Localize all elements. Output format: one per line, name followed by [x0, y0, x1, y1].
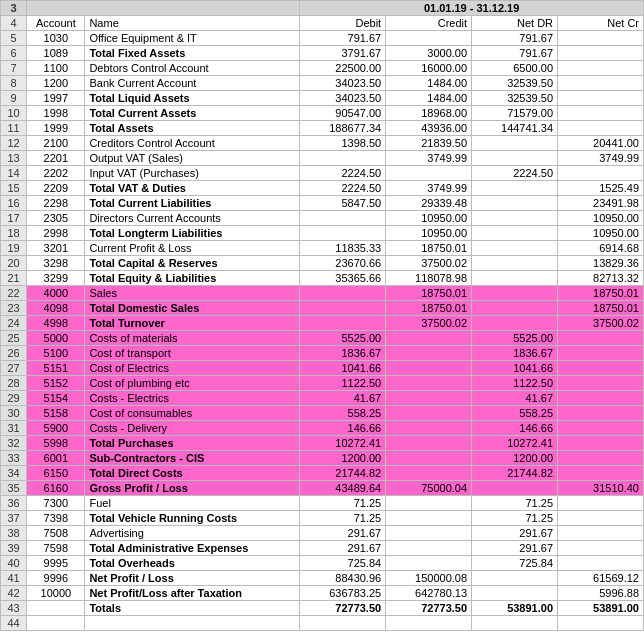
credit-value	[386, 391, 472, 406]
debit-value: 1836.67	[300, 346, 386, 361]
row-number: 25	[1, 331, 27, 346]
account-code: 9996	[27, 571, 85, 586]
credit-value: 642780.13	[386, 586, 472, 601]
net-cr-value	[558, 31, 644, 46]
debit-value: 90547.00	[300, 106, 386, 121]
debit-value	[300, 301, 386, 316]
net-cr-value: 31510.40	[558, 481, 644, 496]
debit-value: 188677.34	[300, 121, 386, 136]
net-dr-value: 1122.50	[472, 376, 558, 391]
account-name: Cost of consumables	[85, 406, 300, 421]
credit-value: 72773.50	[386, 601, 472, 616]
net-cr-value	[558, 166, 644, 181]
account-code: 4998	[27, 316, 85, 331]
row-number: 13	[1, 151, 27, 166]
credit-value: 37500.02	[386, 316, 472, 331]
net-cr-value	[558, 106, 644, 121]
account-code: 5158	[27, 406, 85, 421]
net-dr-value: 1041.66	[472, 361, 558, 376]
account-name: Total Current Assets	[85, 106, 300, 121]
account-name: Gross Profit / Loss	[85, 481, 300, 496]
net-dr-value	[472, 256, 558, 271]
account-name: Total Purchases	[85, 436, 300, 451]
net-cr-value	[558, 451, 644, 466]
debit-value: 43489.64	[300, 481, 386, 496]
net-dr-value: 6500.00	[472, 61, 558, 76]
net-dr-value: 291.67	[472, 541, 558, 556]
account-name	[85, 616, 300, 631]
row-number: 14	[1, 166, 27, 181]
debit-value: 1122.50	[300, 376, 386, 391]
account-name: Advertising	[85, 526, 300, 541]
net-dr-value	[472, 301, 558, 316]
net-cr-value	[558, 91, 644, 106]
account-code: 1999	[27, 121, 85, 136]
account-name: Total Assets	[85, 121, 300, 136]
row-number: 7	[1, 61, 27, 76]
debit-value: 71.25	[300, 511, 386, 526]
row-number: 28	[1, 376, 27, 391]
credit-value	[386, 556, 472, 571]
row-number: 40	[1, 556, 27, 571]
net-dr-value: 791.67	[472, 46, 558, 61]
net-cr-value	[558, 361, 644, 376]
debit-value: 1200.00	[300, 451, 386, 466]
account-code: 1089	[27, 46, 85, 61]
net-dr-value: 10272.41	[472, 436, 558, 451]
debit-value: 11835.33	[300, 241, 386, 256]
account-code: 4000	[27, 286, 85, 301]
row-number: 38	[1, 526, 27, 541]
debit-value: 725.84	[300, 556, 386, 571]
account-code: 2100	[27, 136, 85, 151]
debit-value: 34023.50	[300, 91, 386, 106]
row-number: 15	[1, 181, 27, 196]
account-code: 2209	[27, 181, 85, 196]
net-cr-value: 10950.00	[558, 226, 644, 241]
credit-value: 3749.99	[386, 181, 472, 196]
col-header-credit: Credit	[386, 16, 472, 31]
debit-value: 558.25	[300, 406, 386, 421]
debit-value	[300, 226, 386, 241]
credit-value: 1484.00	[386, 76, 472, 91]
account-name: Total Current Liabilities	[85, 196, 300, 211]
debit-value: 1041.66	[300, 361, 386, 376]
account-code: 5000	[27, 331, 85, 346]
net-cr-value	[558, 466, 644, 481]
net-cr-value	[558, 421, 644, 436]
credit-value: 29339.48	[386, 196, 472, 211]
row-number: 36	[1, 496, 27, 511]
debit-value: 34023.50	[300, 76, 386, 91]
debit-value: 3791.67	[300, 46, 386, 61]
col-header-name: Name	[85, 16, 300, 31]
net-dr-value: 71579.00	[472, 106, 558, 121]
credit-value: 10950.00	[386, 211, 472, 226]
row-number: 10	[1, 106, 27, 121]
account-name: Total Turnover	[85, 316, 300, 331]
net-dr-value: 725.84	[472, 556, 558, 571]
net-dr-value	[472, 211, 558, 226]
credit-value	[386, 31, 472, 46]
net-dr-value	[472, 151, 558, 166]
debit-value: 5847.50	[300, 196, 386, 211]
account-code	[27, 616, 85, 631]
row-number: 27	[1, 361, 27, 376]
net-dr-value: 21744.82	[472, 466, 558, 481]
account-name: Totals	[85, 601, 300, 616]
account-name: Creditors Control Account	[85, 136, 300, 151]
account-name: Costs - Electrics	[85, 391, 300, 406]
row-number: 11	[1, 121, 27, 136]
debit-value: 22500.00	[300, 61, 386, 76]
credit-value	[386, 616, 472, 631]
net-dr-value: 1200.00	[472, 451, 558, 466]
net-cr-value: 1525.49	[558, 181, 644, 196]
account-name: Total VAT & Duties	[85, 181, 300, 196]
net-cr-value	[558, 46, 644, 61]
main-table: 3 01.01.19 - 31.12.19 4 Account Name Deb…	[0, 0, 644, 631]
account-code: 4098	[27, 301, 85, 316]
net-dr-value: 53891.00	[472, 601, 558, 616]
debit-value: 35365.66	[300, 271, 386, 286]
date-range: 01.01.19 - 31.12.19	[300, 1, 644, 16]
credit-value: 1484.00	[386, 91, 472, 106]
row-number: 37	[1, 511, 27, 526]
net-dr-value: 5525.00	[472, 331, 558, 346]
